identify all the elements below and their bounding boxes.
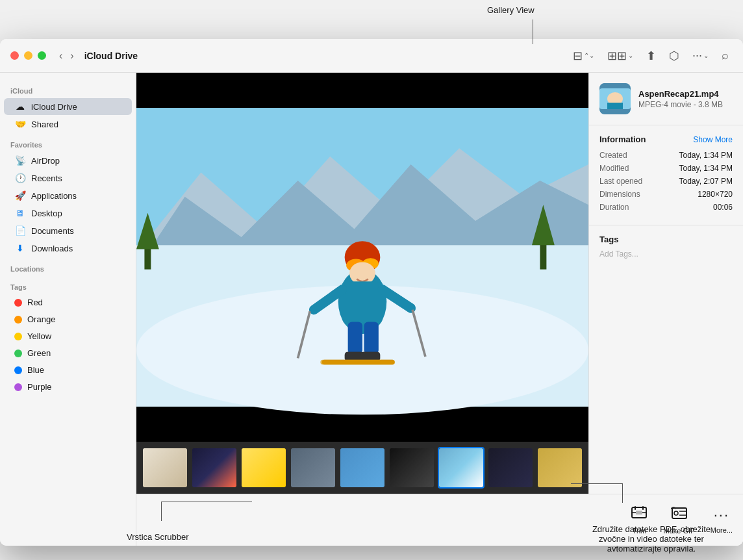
- scrubber-thumb-6[interactable]: [388, 447, 435, 489]
- information-title: Information: [599, 134, 646, 144]
- scrubber-thumb-4[interactable]: [290, 447, 336, 489]
- tag-button[interactable]: ⬡: [665, 46, 683, 66]
- info-row-modified: Modified Today, 1:34 PM: [599, 164, 733, 173]
- show-more-button[interactable]: Show More: [693, 135, 733, 144]
- sidebar-item-applications[interactable]: 🚀 Applications: [4, 187, 132, 204]
- created-value: Today, 1:34 PM: [679, 151, 733, 160]
- svg-rect-36: [636, 511, 642, 515]
- video-scene: [136, 73, 588, 442]
- view-toggle-button[interactable]: ⊟ ⌃⌄: [569, 46, 598, 66]
- titlebar: ‹ › iCloud Drive ⊟ ⌃⌄ ⊞⊞ ⌄ ⬆ ⬡ ··· ⌄: [0, 39, 743, 73]
- dimensions-value: 1280×720: [698, 190, 733, 199]
- search-button[interactable]: ⌕: [718, 46, 733, 65]
- sidebar-item-shared[interactable]: 🤝 Shared: [4, 116, 132, 133]
- sidebar-item-label: Green: [27, 348, 51, 358]
- svg-rect-16: [342, 281, 383, 325]
- sidebar-item-red[interactable]: Red: [4, 294, 132, 311]
- recents-icon: 🕐: [14, 173, 26, 183]
- created-label: Created: [599, 151, 627, 160]
- sidebar-item-label: Orange: [27, 314, 55, 324]
- scrubber-thumb-2[interactable]: [191, 447, 238, 489]
- file-header: AspenRecap21.mp4 MPEG-4 movie - 3.8 MB: [589, 73, 743, 125]
- more-options-button[interactable]: ··· ⌄: [688, 46, 712, 65]
- sidebar-item-orange[interactable]: Orange: [4, 311, 132, 327]
- downloads-icon: ⬇: [14, 243, 26, 253]
- back-button[interactable]: ‹: [57, 49, 65, 63]
- sidebar-item-yellow[interactable]: Yellow: [4, 328, 132, 344]
- grid-view-button[interactable]: ⊞⊞ ⌄: [603, 46, 637, 66]
- close-button[interactable]: [10, 51, 19, 60]
- sidebar-item-downloads[interactable]: ⬇ Downloads: [4, 240, 132, 257]
- file-info: AspenRecap21.mp4 MPEG-4 movie - 3.8 MB: [638, 89, 733, 109]
- svg-rect-22: [364, 322, 378, 354]
- airdrop-icon: 📡: [14, 155, 26, 166]
- make-gif-icon: [671, 506, 688, 524]
- blue-dot: [14, 366, 22, 374]
- more-icon: ···: [714, 507, 729, 524]
- svg-rect-32: [635, 506, 636, 510]
- scrubber-thumb-5[interactable]: [339, 447, 386, 489]
- icloud-section-header: iCloud: [0, 79, 136, 97]
- more-chevron: ⌄: [703, 52, 709, 59]
- fullscreen-button[interactable]: [38, 51, 46, 60]
- view-toggle-icon: ⊟: [573, 49, 583, 63]
- purple-dot: [14, 383, 22, 391]
- sidebar-item-label: Yellow: [27, 331, 51, 341]
- tags-title: Tags: [599, 235, 733, 244]
- search-icon: ⌕: [722, 49, 729, 62]
- sidebar-item-desktop[interactable]: 🖥 Desktop: [4, 205, 132, 222]
- traffic-lights: [10, 51, 46, 60]
- scrubber-thumb-8[interactable]: [487, 447, 534, 489]
- scrubber-callout-line-h: [161, 502, 252, 502]
- forward-button[interactable]: ›: [68, 49, 76, 63]
- window-title: iCloud Drive: [84, 51, 138, 61]
- more-actions-button[interactable]: ··· More...: [711, 507, 733, 534]
- sidebar-item-airdrop[interactable]: 📡 AirDrop: [4, 152, 132, 169]
- actions-callout-line-v: [622, 483, 623, 503]
- tags-section: Tags Add Tags...: [589, 225, 743, 268]
- grid-icon: ⊞⊞: [607, 49, 627, 63]
- file-name: AspenRecap21.mp4: [638, 89, 733, 99]
- sidebar-item-label: Blue: [27, 365, 44, 375]
- tags-section-header: Tags: [0, 275, 136, 294]
- svg-rect-26: [320, 360, 394, 364]
- svg-point-38: [674, 511, 678, 515]
- applications-icon: 🚀: [14, 190, 26, 201]
- svg-rect-0: [136, 73, 588, 108]
- dimensions-label: Dimensions: [599, 190, 640, 199]
- scrubber-thumb-1[interactable]: [142, 447, 188, 489]
- sidebar-item-blue[interactable]: Blue: [4, 362, 132, 378]
- scrubber-thumb-7[interactable]: [438, 447, 485, 489]
- svg-rect-21: [348, 322, 362, 354]
- scrubber-thumb-3[interactable]: [240, 447, 287, 489]
- duration-value: 00:06: [713, 203, 733, 212]
- scrubber-bar[interactable]: [136, 442, 588, 494]
- file-icon: [599, 83, 631, 114]
- favorites-section-header: Favorites: [0, 133, 136, 151]
- share-button[interactable]: ⬆: [642, 46, 660, 66]
- view-toggle-arrows: ⌃⌄: [584, 52, 594, 59]
- add-tags-field[interactable]: Add Tags...: [599, 249, 733, 259]
- share-icon: ⬆: [646, 49, 656, 63]
- sidebar-item-purple[interactable]: Purple: [4, 379, 132, 395]
- sidebar-item-label: Downloads: [31, 244, 73, 253]
- sidebar-item-label: Purple: [27, 382, 52, 392]
- svg-rect-30: [607, 103, 623, 109]
- scrubber-callout: Vrstica Scrubber: [127, 532, 189, 542]
- last-opened-label: Last opened: [599, 177, 642, 186]
- sidebar-item-green[interactable]: Green: [4, 345, 132, 361]
- yellow-dot: [14, 333, 22, 340]
- main-body: iCloud ☁ iCloud Drive 🤝 Shared Favorites…: [0, 73, 743, 546]
- file-type: MPEG-4 movie - 3.8 MB: [638, 100, 733, 109]
- sidebar-item-icloud-drive[interactable]: ☁ iCloud Drive: [4, 98, 132, 115]
- scrubber-thumb-9[interactable]: [536, 447, 583, 489]
- desktop-icon: 🖥: [14, 208, 26, 218]
- last-opened-value: Today, 2:07 PM: [679, 177, 733, 186]
- ellipsis-icon: ···: [692, 49, 702, 62]
- minimize-button[interactable]: [24, 51, 32, 60]
- info-row-duration: Duration 00:06: [599, 203, 733, 212]
- sidebar-item-recents[interactable]: 🕐 Recents: [4, 170, 132, 186]
- scrubber-callout-line-v: [161, 502, 162, 521]
- information-section: Information Show More Created Today, 1:3…: [589, 125, 743, 225]
- sidebar-item-documents[interactable]: 📄 Documents: [4, 222, 132, 239]
